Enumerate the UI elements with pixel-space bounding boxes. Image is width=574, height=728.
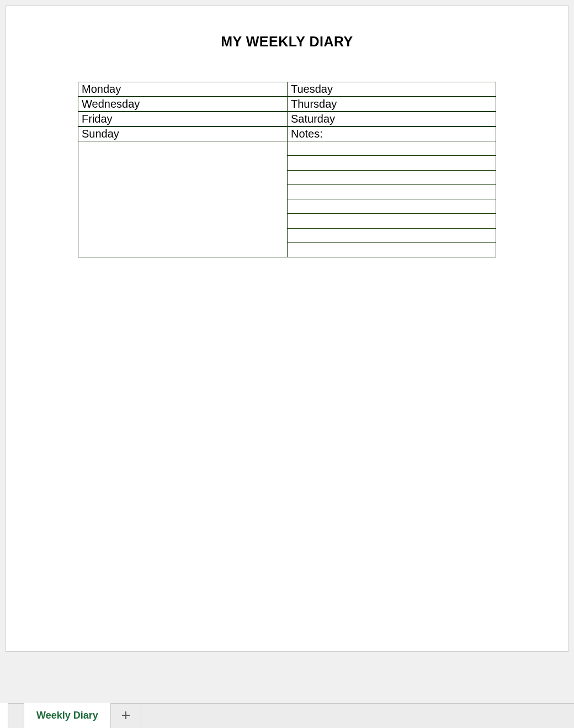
day-label-tuesday: Tuesday (288, 82, 496, 97)
document-page: MY WEEKLY DIARY Monday Tuesday Wednesday… (6, 6, 568, 652)
day-label-saturday: Saturday (288, 112, 496, 126)
tab-weekly-diary[interactable]: Weekly Diary (24, 703, 111, 728)
day-label-wednesday: Wednesday (78, 97, 287, 112)
day-label-sunday: Sunday (78, 127, 287, 141)
notes-line[interactable] (288, 156, 496, 170)
sheet-tabs-bar: Weekly Diary (0, 703, 574, 728)
notes-line[interactable] (288, 214, 496, 228)
cell-saturday[interactable]: Saturday (287, 112, 496, 126)
cell-monday[interactable]: Monday (78, 82, 287, 97)
tab-scroll-stub[interactable] (0, 703, 8, 728)
notes-label: Notes: (288, 127, 496, 141)
cell-thursday[interactable]: Thursday (287, 97, 496, 112)
day-label-monday: Monday (78, 82, 287, 97)
weekly-grid: Monday Tuesday Wednesday Thursday Friday… (78, 82, 496, 257)
cell-notes[interactable]: Notes: (287, 126, 496, 257)
plus-icon (121, 709, 130, 723)
page-title: MY WEEKLY DIARY (53, 34, 521, 50)
notes-line[interactable] (288, 171, 496, 185)
notes-line[interactable] (288, 199, 496, 214)
day-label-friday: Friday (78, 112, 287, 126)
cell-friday[interactable]: Friday (78, 112, 287, 126)
notes-line[interactable] (288, 185, 496, 199)
add-sheet-button[interactable] (111, 704, 141, 728)
notes-body[interactable] (288, 141, 496, 257)
cell-tuesday[interactable]: Tuesday (287, 82, 496, 97)
cell-sunday[interactable]: Sunday (78, 126, 287, 257)
notes-line[interactable] (288, 141, 496, 156)
cell-wednesday[interactable]: Wednesday (78, 97, 287, 112)
day-label-thursday: Thursday (288, 97, 496, 112)
notes-line[interactable] (288, 243, 496, 257)
day-body-sunday[interactable] (78, 141, 287, 257)
notes-line[interactable] (288, 229, 496, 243)
